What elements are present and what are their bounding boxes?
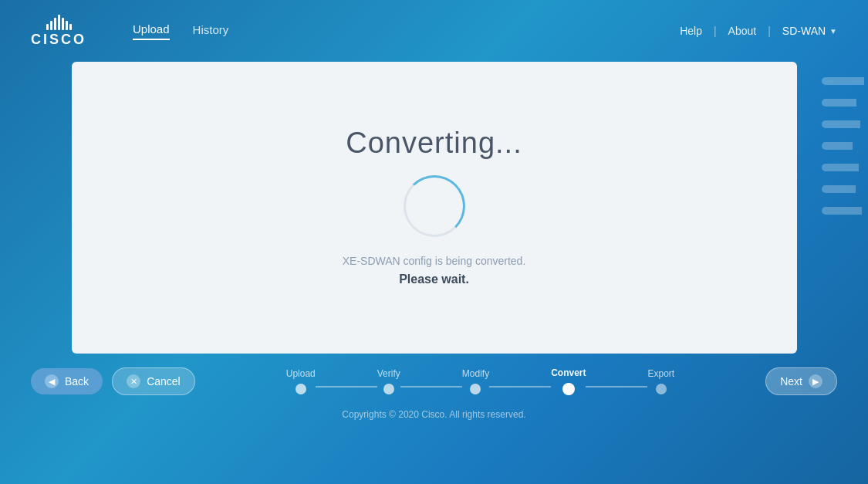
deco-line-4	[822, 142, 853, 150]
next-label: Next	[780, 375, 802, 388]
nav-upload[interactable]: Upload	[133, 22, 170, 40]
copyright: Copyrights © 2020 Cisco. All rights rese…	[0, 409, 868, 426]
cisco-bars-icon	[46, 15, 72, 30]
step-export-label: Export	[647, 368, 674, 379]
nav-history[interactable]: History	[193, 23, 229, 39]
footer: ◀ Back ✕ Cancel Upload Verify Modify	[0, 354, 868, 409]
spinner-ring-icon	[404, 175, 465, 237]
deco-line-6	[822, 185, 856, 193]
separator-1: |	[714, 25, 717, 37]
steps-wrapper: Upload Verify Modify Convert	[286, 367, 674, 395]
progress-steps: Upload Verify Modify Convert	[195, 367, 765, 395]
about-link[interactable]: About	[728, 25, 757, 37]
converting-title: Converting...	[346, 127, 522, 160]
back-icon: ◀	[45, 374, 59, 388]
step-convert-label: Convert	[551, 367, 586, 378]
please-wait: Please wait.	[399, 272, 469, 286]
separator-2: |	[768, 25, 771, 37]
help-link[interactable]: Help	[680, 25, 702, 37]
logo: CISCO	[31, 15, 86, 48]
deco-line-2	[822, 99, 856, 107]
header-right: Help | About | SD-WAN ▼	[680, 25, 837, 37]
step-modify-label: Modify	[462, 368, 489, 379]
cancel-label: Cancel	[147, 375, 181, 388]
cancel-button[interactable]: ✕ Cancel	[112, 367, 195, 395]
step-line-2	[400, 386, 462, 388]
next-icon: ▶	[809, 374, 822, 388]
step-convert: Convert	[551, 367, 586, 395]
step-upload-dot	[296, 384, 306, 394]
header: CISCO Upload History Help | About | SD-W…	[0, 0, 868, 62]
sdwan-dropdown[interactable]: SD-WAN ▼	[782, 25, 837, 37]
chevron-down-icon: ▼	[829, 27, 837, 36]
step-verify-dot	[383, 384, 394, 394]
step-line-1	[316, 386, 377, 388]
next-button[interactable]: Next ▶	[765, 367, 837, 395]
step-export: Export	[647, 368, 674, 394]
step-export-dot	[656, 384, 667, 394]
step-line-4	[586, 386, 647, 388]
step-modify-dot	[470, 384, 481, 394]
deco-line-7	[822, 207, 862, 215]
step-upload-label: Upload	[286, 368, 316, 379]
sidebar-right-decoration	[822, 77, 868, 215]
status-line1: XE-SDWAN config is being converted.	[343, 255, 526, 267]
cancel-icon: ✕	[127, 374, 140, 388]
deco-line-1	[822, 77, 864, 85]
step-convert-dot	[562, 383, 575, 395]
deco-line-5	[822, 164, 859, 171]
main-nav: Upload History	[133, 22, 228, 40]
status-text: XE-SDWAN config is being converted. Plea…	[343, 252, 526, 289]
content-card: Converting... XE-SDWAN config is being c…	[72, 62, 797, 354]
step-verify-label: Verify	[377, 368, 400, 379]
main-content: Converting... XE-SDWAN config is being c…	[0, 62, 868, 354]
step-verify: Verify	[377, 368, 400, 394]
logo-text: CISCO	[31, 32, 86, 48]
loading-spinner	[404, 175, 465, 237]
sdwan-label: SD-WAN	[782, 25, 826, 37]
deco-line-3	[822, 120, 860, 128]
step-line-3	[489, 386, 551, 388]
back-label: Back	[65, 375, 89, 388]
step-modify: Modify	[462, 368, 489, 394]
copyright-text: Copyrights © 2020 Cisco. All rights rese…	[342, 409, 525, 420]
step-upload: Upload	[286, 368, 316, 394]
back-button[interactable]: ◀ Back	[31, 368, 103, 394]
